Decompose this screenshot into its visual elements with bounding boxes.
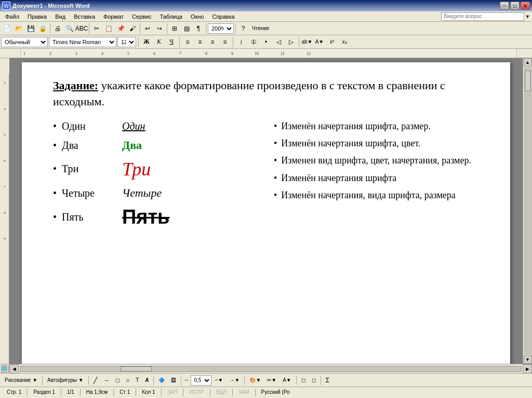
justify-button[interactable]: ≡ [219, 36, 231, 48]
scroll-right-button[interactable]: ▶ [523, 364, 532, 374]
web-view-button[interactable]: 🌐 [1, 365, 7, 373]
copy-button[interactable]: 📋 [103, 23, 114, 34]
italic-button[interactable]: К [153, 36, 165, 48]
superscript-button[interactable]: x² [326, 36, 338, 48]
close-button[interactable]: ✕ [521, 2, 530, 10]
vertical-scrollbar[interactable]: ▲ ▼ [523, 58, 532, 364]
menu-format[interactable]: Формат [100, 12, 127, 21]
wordart-tool[interactable]: A [142, 375, 151, 386]
h-scroll-track[interactable] [20, 366, 522, 372]
scroll-left-button[interactable]: ◀ [9, 364, 19, 374]
paste-button[interactable]: 📌 [115, 23, 126, 34]
menu-insert[interactable]: Вставка [71, 12, 98, 21]
columns-button[interactable]: ▤ [181, 23, 192, 34]
list-item: • Изменен вид шрифта, цвет, начертания, … [274, 155, 484, 167]
shadow-button[interactable]: ◻ [299, 375, 308, 386]
menu-edit[interactable]: Правка [24, 12, 50, 21]
title-bar-left: W Документ1 - Microsoft Word [2, 2, 90, 10]
font-color-draw-button[interactable]: A▼ [280, 375, 294, 386]
cut-button[interactable]: ✂ [91, 23, 102, 34]
list-item: • Пять Пять [53, 206, 263, 228]
doc-scroll[interactable]: Задание: укажите какое форматирование пр… [9, 58, 523, 364]
new-button[interactable]: 📄 [1, 23, 12, 34]
svg-text:4: 4 [101, 51, 103, 56]
help-search-input[interactable] [441, 12, 524, 21]
line-tool[interactable]: ╱ [91, 375, 100, 386]
menu-help[interactable]: Справка [209, 12, 237, 21]
clip-art-tool[interactable]: 🖼 [168, 375, 179, 386]
drawing-toolbar: Рисование ▼ Автофигуры ▼ ╱ → □ ○ T A 🔷 🖼… [0, 373, 532, 387]
permission-button[interactable]: 🔒 [37, 23, 48, 34]
scroll-thumb-v[interactable] [525, 71, 531, 91]
numbering-button[interactable]: ① [248, 36, 259, 48]
undo-button[interactable]: ↩ [142, 23, 153, 34]
minimize-button[interactable]: − [500, 2, 509, 10]
table-button[interactable]: ⊞ [169, 23, 180, 34]
ruler-content[interactable]: 1 2 3 4 5 6 7 8 9 10 11 12 [21, 49, 516, 58]
window-controls[interactable]: − □ ✕ [500, 2, 530, 10]
bold-button[interactable]: Ж [141, 36, 152, 48]
line-color-button[interactable]: ✏▼ [264, 375, 279, 386]
underline-button[interactable]: Ч [166, 36, 177, 48]
word-formatted-1: Один [122, 120, 145, 132]
align-right-button[interactable]: ≡ [207, 36, 218, 48]
read-button[interactable]: Чтение [249, 23, 272, 34]
subscript-button[interactable]: x₂ [339, 36, 350, 48]
show-hide-button[interactable]: ¶ [193, 23, 204, 34]
font-color-button[interactable]: A▼ [314, 36, 325, 48]
h-scroll-thumb[interactable] [121, 366, 152, 372]
menu-window[interactable]: Окно [188, 12, 207, 21]
line-width-select[interactable]: 0,5 [191, 375, 211, 386]
menu-file[interactable]: Файл [2, 12, 22, 21]
svg-text:3: 3 [4, 81, 6, 85]
horizontal-scrollbar[interactable]: ▤ 🌐 📄 ◀ ▶ [0, 364, 532, 373]
font-select[interactable]: Times New Roman [49, 37, 116, 47]
help-button[interactable]: ? [237, 23, 249, 34]
list-item: • Один Один [53, 120, 263, 132]
scroll-track-v[interactable] [524, 67, 531, 354]
zoom-select[interactable]: 200% [208, 23, 234, 34]
preview-button[interactable]: 🔍 [64, 23, 75, 34]
line-spacing-button[interactable]: ↕ [235, 36, 247, 48]
overtype-status: ЗАМ [234, 388, 254, 396]
track-status: ИСПР [184, 388, 208, 396]
autoshapes-button[interactable]: Автофигуры ▼ [45, 375, 86, 386]
open-button[interactable]: 📂 [13, 23, 24, 34]
redo-button[interactable]: ↪ [154, 23, 165, 34]
format-painter[interactable]: 🖌 [127, 23, 138, 34]
size-select[interactable]: 12 [117, 37, 136, 47]
oval-tool[interactable]: ○ [123, 375, 132, 386]
style-select[interactable]: Обычный [1, 37, 48, 47]
menu-view[interactable]: Вид [52, 12, 69, 21]
draw-menu-button[interactable]: Рисование ▼ [2, 375, 40, 386]
scroll-down-button[interactable]: ▼ [524, 355, 532, 364]
3d-button[interactable]: ◻ [309, 375, 318, 386]
save-button[interactable]: 💾 [25, 23, 36, 34]
spell-button[interactable]: ABC [76, 23, 87, 34]
help-search-arrow[interactable]: ▼ [525, 14, 530, 19]
print-button[interactable]: 🖨 [52, 23, 63, 34]
fill-color-button[interactable]: 🎨▼ [247, 375, 263, 386]
format-bar: Обычный Times New Roman 12 Ж К Ч ≡ ≡ ≡ ≡… [0, 35, 532, 49]
maximize-button[interactable]: □ [510, 2, 520, 10]
increase-indent-button[interactable]: ▷ [285, 36, 297, 48]
line-style-button[interactable]: ╌▼ [212, 375, 226, 386]
rect-tool[interactable]: □ [113, 375, 122, 386]
align-left-button[interactable]: ≡ [182, 36, 193, 48]
diagram-tool[interactable]: 🔷 [156, 375, 167, 386]
arrow-tool[interactable]: → [101, 375, 112, 386]
arrow-style-button[interactable]: →▼ [227, 375, 242, 386]
menu-table[interactable]: Таблица [157, 12, 185, 21]
sum-button[interactable]: Σ [323, 375, 332, 386]
heading-bold: Задание: [53, 79, 98, 92]
bullets-button[interactable]: • [260, 36, 272, 48]
menu-tools[interactable]: Сервис [129, 12, 155, 21]
textbox-tool[interactable]: T [133, 375, 141, 386]
decrease-indent-button[interactable]: ◁ [273, 36, 284, 48]
rec-status: ЗАП [163, 388, 182, 396]
scroll-up-button[interactable]: ▲ [524, 58, 532, 66]
list-item: • Четыре Четыре [53, 186, 263, 200]
highlight-button[interactable]: ab▼ [301, 36, 313, 48]
list-item: • Изменён начертания шрифта, цвет. [274, 138, 484, 149]
align-center-button[interactable]: ≡ [194, 36, 206, 48]
